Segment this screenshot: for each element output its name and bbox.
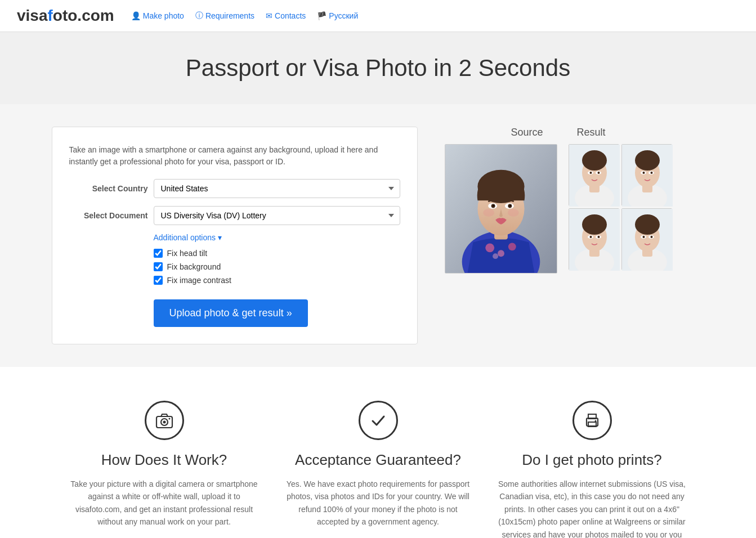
printer-icon	[572, 401, 612, 440]
form-description: Take an image with a smartphone or camer…	[69, 144, 400, 168]
main-content: Take an image with a smartphone or camer…	[41, 127, 716, 344]
fix-head-tilt-row: Fix head tilt	[154, 249, 400, 258]
nav-requirements[interactable]: ⓘ Requirements	[195, 11, 254, 21]
chevron-down-icon: ▾	[218, 233, 222, 242]
logo[interactable]: visafoto.com	[17, 7, 114, 25]
nav: 👤 Make photo ⓘ Requirements ✉ Contacts 🏴…	[131, 11, 359, 21]
country-row: Select Country United States	[69, 179, 400, 198]
fix-image-contrast-row: Fix image contrast	[154, 276, 400, 285]
features-grid: How Does It Work? Take your picture with…	[69, 401, 688, 538]
additional-options-container: Additional options ▾	[154, 233, 400, 242]
fix-background-checkbox[interactable]	[154, 262, 163, 271]
svg-point-50	[642, 236, 645, 238]
svg-point-5	[493, 253, 498, 259]
info-icon: ⓘ	[195, 11, 203, 21]
fix-head-tilt-checkbox[interactable]	[154, 249, 163, 258]
fix-background-row: Fix background	[154, 262, 400, 271]
envelope-icon: ✉	[266, 11, 272, 20]
fix-image-contrast-label: Fix image contrast	[167, 276, 231, 285]
svg-point-11	[493, 205, 494, 206]
checkmark-icon	[359, 401, 398, 440]
svg-point-55	[163, 421, 165, 424]
flag-icon: 🏴	[317, 11, 326, 20]
source-title: Source	[511, 127, 543, 138]
result-photo-4	[621, 208, 672, 270]
svg-point-2	[485, 243, 494, 252]
svg-point-14	[509, 205, 511, 206]
svg-point-23	[589, 172, 592, 174]
svg-point-52	[650, 236, 652, 238]
svg-point-3	[498, 250, 504, 257]
svg-point-15	[483, 209, 494, 217]
preview-header: Source Result	[440, 127, 677, 138]
svg-point-43	[597, 236, 600, 238]
feature-title-0: How Does It Work?	[69, 451, 260, 469]
result-photos-grid	[569, 144, 672, 270]
form-card: Take an image with a smartphone or camer…	[52, 127, 418, 344]
fix-background-label: Fix background	[167, 262, 221, 271]
feature-title-1: Acceptance Guaranteed?	[283, 451, 474, 469]
result-title: Result	[577, 127, 606, 138]
svg-point-34	[650, 172, 652, 174]
logo-accent: f	[48, 7, 53, 24]
result-photo-3	[569, 208, 619, 270]
result-photo-2	[621, 144, 672, 206]
camera-icon	[145, 401, 184, 440]
document-select[interactable]: US Diversity Visa (DV) Lottery	[154, 206, 400, 225]
feature-how-it-works: How Does It Work? Take your picture with…	[69, 401, 260, 538]
svg-point-16	[507, 209, 518, 217]
source-photo	[445, 144, 557, 274]
svg-point-30	[635, 150, 660, 171]
svg-point-25	[597, 172, 600, 174]
header: visafoto.com 👤 Make photo ⓘ Requirements…	[0, 0, 756, 32]
nav-make-photo[interactable]: 👤 Make photo	[131, 11, 184, 20]
feature-text-1: Yes. We have exact photo requirements fo…	[283, 478, 474, 528]
country-label: Select Country	[69, 184, 148, 193]
svg-point-39	[582, 214, 607, 235]
svg-point-56	[168, 418, 170, 420]
hero-section: Passport or Visa Photo in 2 Seconds	[0, 32, 756, 104]
feature-photo-prints: Do I get photo prints? Some authorities …	[496, 401, 688, 538]
photo-preview: Source Result	[440, 127, 677, 274]
svg-point-13	[508, 204, 512, 208]
nav-russian[interactable]: 🏴 Русский	[317, 11, 358, 20]
result-photo-1	[569, 144, 619, 206]
additional-options-label: Additional options	[154, 233, 216, 242]
document-row: Select Document US Diversity Visa (DV) L…	[69, 206, 400, 225]
person-icon: 👤	[131, 11, 141, 20]
fix-image-contrast-checkbox[interactable]	[154, 276, 163, 285]
features-section: How Does It Work? Take your picture with…	[0, 367, 756, 538]
svg-point-10	[491, 204, 495, 208]
svg-point-32	[642, 172, 645, 174]
fix-head-tilt-label: Fix head tilt	[167, 249, 208, 258]
additional-options-toggle[interactable]: Additional options ▾	[154, 233, 400, 242]
feature-text-0: Take your picture with a digital camera …	[69, 478, 260, 528]
feature-text-2: Some authorities allow internet submissi…	[496, 478, 688, 538]
feature-title-2: Do I get photo prints?	[496, 451, 688, 469]
svg-point-21	[582, 150, 607, 171]
svg-point-60	[594, 420, 596, 422]
document-label: Select Document	[69, 211, 148, 220]
svg-point-41	[589, 236, 592, 238]
svg-point-4	[508, 243, 516, 250]
feature-acceptance-guaranteed: Acceptance Guaranteed? Yes. We have exac…	[283, 401, 474, 538]
nav-contacts[interactable]: ✉ Contacts	[266, 11, 306, 20]
upload-button[interactable]: Upload photo & get result »	[154, 299, 308, 327]
hero-title: Passport or Visa Photo in 2 Seconds	[11, 55, 745, 82]
preview-images	[445, 144, 672, 274]
country-select[interactable]: United States	[154, 179, 400, 198]
svg-point-48	[635, 214, 660, 235]
